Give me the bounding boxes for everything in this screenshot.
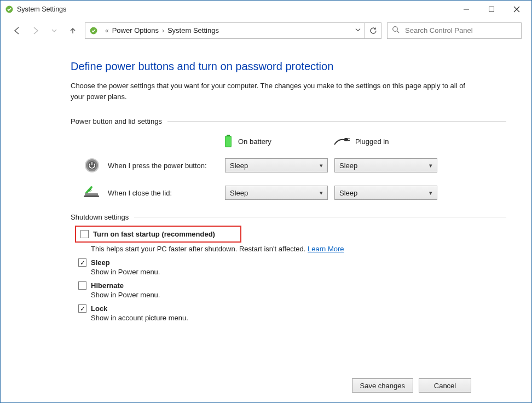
shutdown-item-sub: Show in account picture menu. bbox=[91, 314, 506, 322]
row-label: When I close the lid: bbox=[108, 189, 225, 197]
combo-value: Sleep bbox=[339, 162, 357, 170]
fast-startup-checkbox[interactable] bbox=[80, 230, 89, 238]
close-lid-plugged-combo[interactable]: Sleep ▾ bbox=[334, 186, 437, 200]
fast-startup-highlight: Turn on fast startup (recommended) bbox=[75, 226, 241, 243]
col-plugged: Plugged in bbox=[333, 134, 443, 148]
shutdown-item-label: Sleep bbox=[91, 258, 110, 267]
chevron-down-icon: ▾ bbox=[320, 162, 323, 169]
app-icon bbox=[5, 5, 14, 14]
cancel-button-label: Cancel bbox=[434, 382, 456, 390]
fast-startup-sub-text: This helps start your PC faster after sh… bbox=[91, 245, 308, 253]
shutdown-item: SleepShow in Power menu. bbox=[71, 258, 506, 276]
combo-value: Sleep bbox=[230, 162, 248, 170]
shutdown-item-sub: Show in Power menu. bbox=[91, 291, 506, 299]
shutdown-item-label: Hibernate bbox=[91, 281, 124, 290]
shutdown-item-row: Lock bbox=[78, 304, 506, 313]
learn-more-link[interactable]: Learn More bbox=[308, 245, 344, 253]
svg-point-6 bbox=[393, 27, 398, 32]
shutdown-item-label: Lock bbox=[91, 304, 107, 313]
power-button-plugged-combo[interactable]: Sleep ▾ bbox=[334, 158, 437, 172]
section-divider bbox=[167, 121, 506, 122]
battery-icon bbox=[224, 134, 233, 148]
power-button-row: When I press the power button: Sleep ▾ S… bbox=[71, 157, 506, 174]
power-section-header: Power button and lid settings bbox=[71, 117, 506, 125]
svg-rect-10 bbox=[225, 137, 231, 147]
shutdown-item-sub: Show in Power menu. bbox=[91, 268, 506, 276]
power-button-icon bbox=[83, 157, 101, 174]
svg-rect-2 bbox=[489, 7, 494, 12]
section-label: Shutdown settings bbox=[71, 213, 134, 221]
col-battery-label: On battery bbox=[238, 137, 271, 146]
fast-startup-checkbox-row: Turn on fast startup (recommended) bbox=[80, 230, 215, 238]
shutdown-item-row: Sleep bbox=[78, 258, 506, 267]
search-box[interactable] bbox=[387, 22, 522, 39]
col-battery: On battery bbox=[224, 134, 333, 148]
save-button-label: Save changes bbox=[360, 382, 405, 390]
shutdown-item-checkbox[interactable] bbox=[78, 258, 86, 267]
window-title: System Settings bbox=[17, 5, 66, 13]
section-divider bbox=[134, 217, 506, 217]
window: System Settings bbox=[0, 0, 532, 403]
row-label: When I press the power button: bbox=[108, 162, 225, 170]
svg-rect-18 bbox=[84, 195, 99, 197]
column-headers: On battery Plugged in bbox=[71, 134, 506, 148]
minimize-button[interactable] bbox=[454, 1, 479, 18]
save-button[interactable]: Save changes bbox=[352, 378, 413, 393]
refresh-button[interactable] bbox=[365, 22, 381, 39]
laptop-lid-icon bbox=[83, 185, 101, 201]
back-button[interactable] bbox=[10, 24, 24, 37]
chevron-down-icon: ▾ bbox=[320, 189, 323, 197]
section-label: Power button and lid settings bbox=[71, 117, 167, 125]
svg-rect-11 bbox=[344, 138, 348, 141]
toolbar: « Power Options › System Settings bbox=[1, 18, 531, 43]
shutdown-items-list: SleepShow in Power menu.HibernateShow in… bbox=[71, 258, 506, 322]
breadcrumb-prefix: « bbox=[102, 27, 112, 34]
control-panel-icon bbox=[89, 26, 99, 36]
plug-icon bbox=[333, 136, 350, 146]
combo-value: Sleep bbox=[230, 189, 248, 197]
footer-buttons: Save changes Cancel bbox=[1, 378, 531, 393]
close-lid-battery-combo[interactable]: Sleep ▾ bbox=[225, 186, 328, 200]
fast-startup-sub: This helps start your PC faster after sh… bbox=[91, 245, 506, 253]
page-title: Define power buttons and turn on passwor… bbox=[71, 60, 506, 73]
shutdown-item-checkbox[interactable] bbox=[78, 304, 86, 313]
close-button[interactable] bbox=[504, 1, 529, 18]
forward-button[interactable] bbox=[29, 24, 42, 37]
recent-dropdown-button[interactable] bbox=[48, 24, 61, 37]
breadcrumb-item[interactable]: Power Options bbox=[112, 26, 159, 34]
breadcrumb-dropdown-icon[interactable] bbox=[355, 26, 361, 34]
shutdown-item: LockShow in account picture menu. bbox=[71, 304, 506, 322]
content: Define power buttons and turn on passwor… bbox=[1, 43, 531, 322]
maximize-button[interactable] bbox=[479, 1, 504, 18]
shutdown-item-checkbox[interactable] bbox=[78, 281, 86, 290]
chevron-down-icon: ▾ bbox=[429, 189, 432, 197]
search-icon bbox=[392, 26, 400, 35]
fast-startup-label: Turn on fast startup (recommended) bbox=[93, 230, 215, 238]
chevron-right-icon: › bbox=[159, 27, 167, 34]
titlebar: System Settings bbox=[1, 1, 531, 18]
breadcrumb-item[interactable]: System Settings bbox=[167, 26, 219, 34]
page-description: Choose the power settings that you want … bbox=[71, 80, 476, 102]
svg-rect-17 bbox=[85, 193, 98, 195]
search-input[interactable] bbox=[404, 26, 517, 35]
svg-line-7 bbox=[397, 31, 400, 33]
close-lid-row: When I close the lid: Sleep ▾ Sleep ▾ bbox=[71, 185, 506, 201]
shutdown-item-row: Hibernate bbox=[78, 281, 506, 290]
col-plugged-label: Plugged in bbox=[355, 137, 389, 146]
cancel-button[interactable]: Cancel bbox=[419, 378, 471, 393]
combo-value: Sleep bbox=[339, 189, 357, 197]
up-button[interactable] bbox=[66, 24, 79, 37]
chevron-down-icon: ▾ bbox=[429, 162, 432, 169]
breadcrumb[interactable]: « Power Options › System Settings bbox=[85, 22, 365, 39]
power-button-battery-combo[interactable]: Sleep ▾ bbox=[225, 158, 328, 172]
shutdown-item: HibernateShow in Power menu. bbox=[71, 281, 506, 299]
shutdown-section-header: Shutdown settings bbox=[71, 213, 506, 221]
